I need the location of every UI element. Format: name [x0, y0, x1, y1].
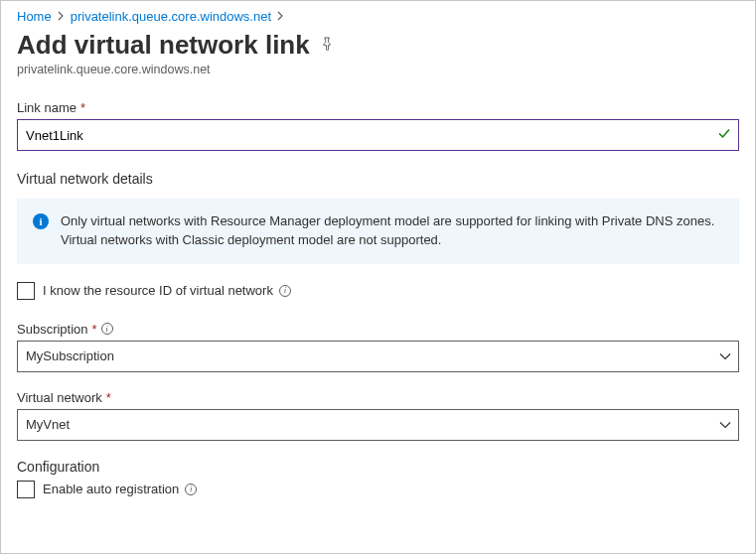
chevron-right-icon: [275, 11, 286, 23]
breadcrumb-parent[interactable]: privatelink.queue.core.windows.net: [71, 9, 271, 24]
info-icon[interactable]: i: [185, 484, 197, 495]
breadcrumb-home[interactable]: Home: [17, 9, 52, 24]
pin-icon[interactable]: [320, 37, 335, 55]
virtual-network-label: Virtual network*: [17, 390, 739, 405]
vnet-details-heading: Virtual network details: [17, 171, 739, 187]
link-name-input[interactable]: [17, 119, 739, 151]
auto-registration-checkbox[interactable]: [17, 481, 35, 498]
info-icon[interactable]: i: [101, 323, 113, 335]
link-name-label: Link name*: [17, 100, 739, 115]
page-title: Add virtual network link: [17, 30, 310, 61]
virtual-network-select[interactable]: MyVnet: [17, 409, 739, 441]
configuration-heading: Configuration: [17, 459, 739, 475]
breadcrumb: Home privatelink.queue.core.windows.net: [17, 9, 739, 24]
subscription-select[interactable]: MySubscription: [17, 341, 739, 372]
info-icon: i: [33, 213, 49, 229]
subscription-label: Subscription* i: [17, 322, 739, 337]
resource-id-checkbox[interactable]: [17, 282, 35, 300]
page-subtitle: privatelink.queue.core.windows.net: [17, 63, 739, 76]
auto-registration-checkbox-label: Enable auto registration i: [43, 482, 197, 496]
info-icon[interactable]: i: [279, 285, 291, 297]
info-banner: i Only virtual networks with Resource Ma…: [17, 199, 739, 264]
info-banner-text: Only virtual networks with Resource Mana…: [61, 212, 723, 250]
chevron-right-icon: [56, 11, 67, 23]
resource-id-checkbox-label: I know the resource ID of virtual networ…: [43, 283, 291, 298]
